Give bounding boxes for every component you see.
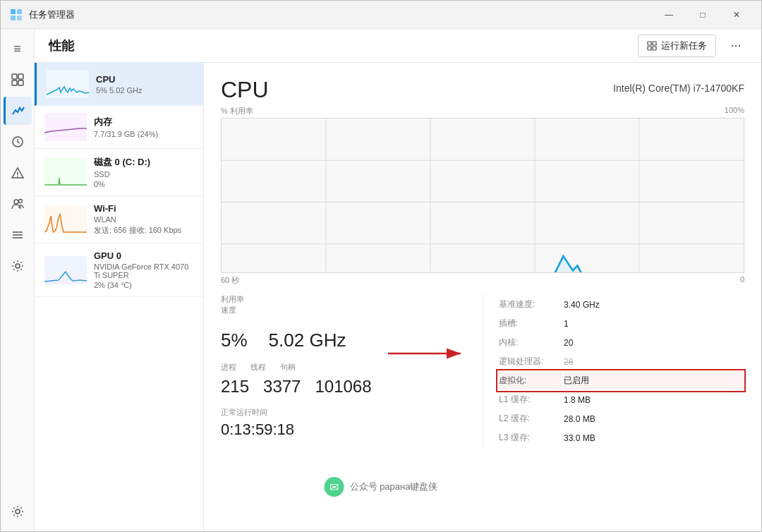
chart-label-left: % 利用率 bbox=[221, 106, 253, 116]
sidebar-item-startup[interactable] bbox=[4, 159, 32, 187]
svg-rect-0 bbox=[11, 9, 16, 14]
sidebar-item-hamburger[interactable]: ≡ bbox=[4, 35, 32, 63]
run-task-button[interactable]: 运行新任务 bbox=[638, 35, 716, 57]
right-stat-value: 28 bbox=[564, 353, 743, 370]
handles-value: 101068 bbox=[315, 377, 371, 397]
cpu-header: CPU Intel(R) Core(TM) i7-14700KF bbox=[221, 77, 744, 103]
perf-item-gpu[interactable]: GPU 0 NVIDIA GeForce RTX 4070 Ti SUPER 2… bbox=[35, 243, 203, 297]
uptime-label: 正常运行时间 bbox=[221, 408, 267, 416]
perf-item-disk[interactable]: 磁盘 0 (C: D:) SSD 0% bbox=[35, 149, 203, 196]
right-stat-label: 虚拟化: bbox=[499, 372, 562, 389]
sidebar-item-users[interactable] bbox=[4, 190, 32, 218]
wifi-item-info: Wi-Fi WLAN 发送: 656 接收: 160 Kbps bbox=[94, 203, 193, 236]
chart-time-labels: 60 秒 0 bbox=[221, 275, 744, 286]
time-label-right: 0 bbox=[740, 275, 744, 286]
sidebar-item-services[interactable] bbox=[4, 252, 32, 280]
right-stat-row: 内核:20 bbox=[499, 334, 743, 351]
wifi-item-name: Wi-Fi bbox=[94, 203, 193, 214]
memory-item-name: 内存 bbox=[94, 116, 193, 128]
perf-item-cpu[interactable]: CPU 5% 5.02 GHz bbox=[35, 63, 203, 106]
disk-mini-chart bbox=[44, 158, 87, 186]
disk-item-sub1: SSD bbox=[94, 170, 193, 179]
perf-item-wifi[interactable]: Wi-Fi WLAN 发送: 656 接收: 160 Kbps bbox=[35, 196, 203, 243]
svg-rect-7 bbox=[18, 80, 23, 85]
run-task-label: 运行新任务 bbox=[661, 40, 707, 52]
sidebar-item-processes[interactable] bbox=[4, 66, 32, 94]
svg-rect-5 bbox=[18, 74, 23, 79]
right-stat-value: 28.0 MB bbox=[564, 410, 743, 428]
right-stat-label: L1 缓存: bbox=[499, 391, 562, 409]
svg-point-18 bbox=[16, 509, 20, 514]
right-stat-label: 内核: bbox=[499, 334, 562, 351]
cpu-item-sub: 5% 5.02 GHz bbox=[96, 86, 193, 95]
perf-item-memory[interactable]: 内存 7.7/31.9 GB (24%) bbox=[35, 106, 203, 149]
speed-value: 5.02 GHz bbox=[269, 330, 346, 351]
stats-grid: 利用率 速度 5% 5.02 GHz bbox=[221, 294, 744, 448]
right-stat-value: 3.40 GHz bbox=[564, 296, 743, 313]
sidebar-item-performance[interactable] bbox=[4, 97, 32, 125]
cpu-item-name: CPU bbox=[96, 74, 193, 85]
right-stat-label: 插槽: bbox=[499, 315, 562, 332]
threads-label: 线程 bbox=[250, 363, 266, 371]
svg-rect-20 bbox=[653, 42, 656, 45]
utilization-value: 5% bbox=[221, 330, 248, 351]
svg-rect-22 bbox=[653, 47, 656, 50]
processes-label: 进程 bbox=[221, 363, 236, 371]
chart-label-right: 100% bbox=[725, 106, 744, 116]
app-icon bbox=[9, 8, 23, 22]
sidebar-icons: ≡ bbox=[1, 29, 35, 531]
main-layout: ≡ bbox=[1, 29, 761, 531]
gpu-item-info: GPU 0 NVIDIA GeForce RTX 4070 Ti SUPER 2… bbox=[94, 250, 193, 289]
svg-rect-25 bbox=[44, 158, 87, 186]
gpu-item-sub2: 2% (34 °C) bbox=[94, 281, 193, 289]
maximize-button[interactable]: □ bbox=[687, 4, 719, 26]
sidebar-item-history[interactable] bbox=[4, 128, 32, 156]
right-stat-value: 已启用 bbox=[564, 372, 743, 389]
sidebar-item-settings[interactable] bbox=[4, 497, 32, 526]
svg-point-11 bbox=[17, 176, 18, 177]
memory-item-info: 内存 7.7/31.9 GB (24%) bbox=[94, 116, 193, 138]
svg-marker-36 bbox=[222, 256, 744, 273]
svg-rect-4 bbox=[12, 74, 17, 79]
svg-rect-19 bbox=[648, 42, 651, 45]
threads-label-display: 线程 bbox=[250, 361, 266, 373]
svg-rect-2 bbox=[11, 16, 16, 20]
cpu-detail-panel: CPU Intel(R) Core(TM) i7-14700KF % 利用率 1… bbox=[204, 63, 761, 531]
svg-rect-3 bbox=[17, 16, 22, 20]
more-button[interactable]: ··· bbox=[725, 35, 747, 57]
processes-label-display: 进程 bbox=[221, 361, 236, 373]
memory-mini-chart bbox=[44, 113, 87, 141]
section-title: 性能 bbox=[49, 37, 638, 54]
right-stat-row: L3 缓存:33.0 MB bbox=[499, 429, 743, 447]
handles-label-display: 句柄 bbox=[280, 361, 296, 373]
top-bar: 性能 运行新任务 ··· bbox=[35, 29, 761, 63]
close-button[interactable]: ✕ bbox=[720, 4, 753, 26]
stats-left: 利用率 速度 5% 5.02 GHz bbox=[221, 294, 483, 448]
right-stat-row: 逻辑处理器:28 bbox=[499, 353, 743, 370]
uptime-value: 0:13:59:18 bbox=[221, 421, 294, 438]
svg-rect-1 bbox=[17, 9, 22, 14]
title-bar: 任务管理器 — □ ✕ bbox=[1, 1, 761, 29]
svg-rect-24 bbox=[44, 113, 87, 141]
minimize-button[interactable]: — bbox=[653, 4, 685, 26]
right-stat-value: 20 bbox=[564, 334, 743, 351]
cpu-chart bbox=[221, 118, 744, 273]
sidebar-item-details[interactable] bbox=[4, 221, 32, 249]
run-task-icon bbox=[647, 41, 657, 51]
utilization-stat: 利用率 速度 bbox=[221, 294, 244, 315]
speed-label: 速度 bbox=[221, 305, 244, 315]
svg-point-13 bbox=[18, 200, 22, 203]
memory-item-sub: 7.7/31.9 GB (24%) bbox=[94, 130, 193, 138]
disk-item-sub2: 0% bbox=[94, 180, 193, 188]
right-stat-value: 33.0 MB bbox=[564, 429, 743, 447]
right-stat-row: 插槽:1 bbox=[499, 315, 743, 332]
svg-point-12 bbox=[14, 200, 18, 204]
wifi-item-sub1: WLAN bbox=[94, 215, 193, 224]
cpu-mini-chart bbox=[47, 70, 89, 98]
wifi-mini-chart bbox=[44, 205, 87, 234]
right-stat-value: 1.8 MB bbox=[564, 391, 743, 409]
right-stat-row: L2 缓存:28.0 MB bbox=[499, 410, 743, 428]
task-manager-window: 任务管理器 — □ ✕ ≡ bbox=[0, 0, 762, 532]
window-title: 任务管理器 bbox=[29, 8, 653, 21]
stats-right: 基准速度:3.40 GHz插槽:1内核:20逻辑处理器:28虚拟化:已启用L1 … bbox=[483, 294, 744, 448]
